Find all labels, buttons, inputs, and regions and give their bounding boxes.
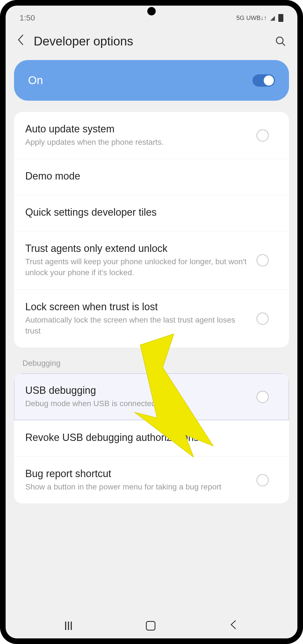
bug-report-toggle[interactable] — [256, 474, 278, 486]
setting-revoke-usb[interactable]: Revoke USB debugging authorizations — [14, 420, 289, 457]
setting-title: Trust agents only extend unlock — [25, 243, 251, 254]
lock-screen-toggle[interactable] — [256, 312, 278, 325]
auto-update-toggle[interactable] — [256, 129, 278, 142]
setting-subtitle: Debug mode when USB is connected — [25, 398, 251, 409]
settings-card-1: Auto update system Apply updates when th… — [14, 112, 289, 348]
setting-usb-debugging[interactable]: USB debugging Debug mode when USB is con… — [14, 373, 289, 420]
master-toggle-label: On — [28, 74, 43, 87]
status-time: 1:50 — [20, 13, 35, 22]
back-button[interactable] — [17, 34, 25, 49]
setting-quick-tiles[interactable]: Quick settings developer tiles — [14, 195, 289, 231]
phone-frame: 1:50 5G UWB↓↑ ◢ Developer options On — [0, 0, 303, 644]
header: Developer options — [6, 25, 297, 60]
setting-subtitle: Show a button in the power menu for taki… — [25, 481, 251, 492]
trust-agents-toggle[interactable] — [256, 254, 278, 266]
search-button[interactable] — [275, 36, 286, 47]
setting-bug-report[interactable]: Bug report shortcut Show a button in the… — [14, 457, 289, 503]
battery-icon — [278, 14, 283, 22]
setting-auto-update[interactable]: Auto update system Apply updates when th… — [14, 112, 289, 159]
page-title: Developer options — [34, 34, 267, 48]
svg-line-1 — [282, 43, 285, 46]
setting-title: Lock screen when trust is lost — [25, 301, 251, 313]
screen: 1:50 5G UWB↓↑ ◢ Developer options On — [6, 6, 297, 638]
setting-trust-agents[interactable]: Trust agents only extend unlock Trust ag… — [14, 231, 289, 289]
setting-title: Bug report shortcut — [25, 468, 251, 480]
navigation-bar — [6, 613, 297, 638]
status-icons: 5G UWB↓↑ ◢ — [236, 14, 283, 22]
signal-icon: ◢ — [270, 14, 275, 22]
svg-point-0 — [276, 37, 283, 44]
usb-debugging-toggle[interactable] — [256, 391, 278, 403]
home-button[interactable] — [146, 621, 155, 631]
debugging-section-label: Debugging — [6, 348, 297, 373]
setting-subtitle: Trust agents will keep your phone unlock… — [25, 256, 251, 278]
nav-back-button[interactable] — [229, 620, 238, 632]
setting-subtitle: Apply updates when the phone restarts. — [25, 137, 251, 148]
recent-apps-button[interactable] — [65, 622, 72, 630]
master-toggle-row[interactable]: On — [14, 60, 289, 101]
setting-title: Auto update system — [25, 123, 251, 135]
setting-subtitle: Automatically lock the screen when the l… — [25, 314, 251, 336]
camera-notch — [147, 7, 156, 15]
network-label: 5G UWB↓↑ — [236, 14, 267, 22]
setting-demo-mode[interactable]: Demo mode — [14, 159, 289, 195]
setting-title: Demo mode — [25, 170, 278, 182]
setting-title: Revoke USB debugging authorizations — [25, 432, 278, 443]
setting-title: Quick settings developer tiles — [25, 206, 278, 218]
content-area: 1:50 5G UWB↓↑ ◢ Developer options On — [6, 6, 297, 613]
setting-lock-screen[interactable]: Lock screen when trust is lost Automatic… — [14, 290, 289, 348]
master-toggle-switch[interactable] — [252, 74, 275, 87]
setting-title: USB debugging — [25, 385, 251, 396]
toggle-knob — [264, 75, 274, 86]
settings-card-debugging: USB debugging Debug mode when USB is con… — [14, 373, 289, 503]
